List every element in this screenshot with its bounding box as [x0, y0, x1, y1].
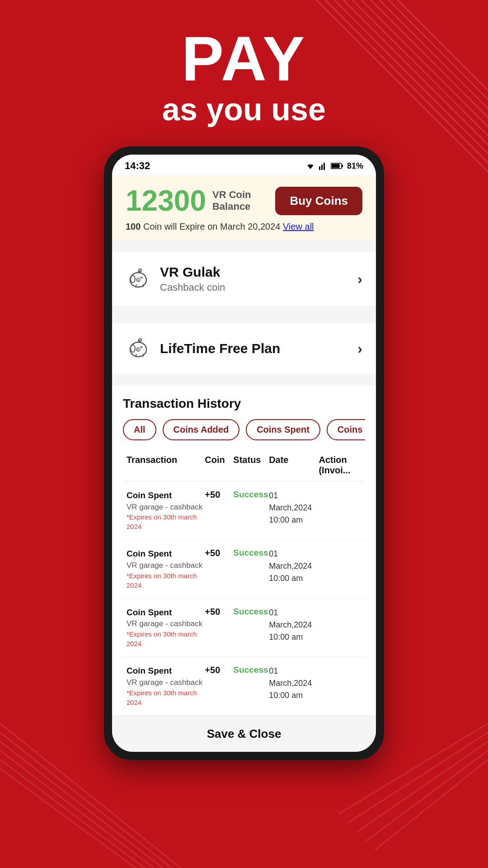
coin-label-block: VR Coin Balance — [212, 189, 251, 212]
hero-sub-text: as you use — [0, 90, 488, 128]
svg-point-36 — [131, 345, 135, 352]
col-status: Status — [233, 455, 269, 476]
table-row: Coin Spent VR garage - cashback *Expires… — [123, 657, 365, 715]
transaction-history-section: Transaction History All Coins Added Coin… — [112, 386, 376, 716]
svg-line-12 — [0, 741, 163, 868]
section-gap-1 — [112, 240, 376, 246]
svg-rect-23 — [319, 166, 320, 170]
lifetime-text: LifeTime Free Plan — [160, 341, 280, 356]
hero-section: PAY as you use — [0, 0, 488, 137]
svg-line-19 — [366, 750, 488, 841]
expire-text: 100 Coin will Expire on March 20,2024 Vi… — [126, 222, 362, 232]
filter-tab-all[interactable]: All — [123, 419, 156, 440]
table-row: Coin Spent VR garage - cashback *Expires… — [123, 599, 365, 657]
lifetime-title-part1: LifeTime — [160, 341, 219, 356]
svg-rect-25 — [324, 163, 325, 170]
row-coin-0: +50 — [205, 490, 233, 500]
col-transaction: Transaction — [127, 455, 205, 476]
phone-mockup: 14:32 — [104, 146, 384, 760]
lifetime-title: LifeTime Free Plan — [160, 341, 280, 356]
row-coin-2: +50 — [205, 607, 233, 617]
status-bar: 14:32 — [112, 155, 376, 175]
svg-text:$: $ — [137, 348, 139, 352]
table-header: Transaction Coin Status Date Action (Inv… — [123, 449, 365, 481]
coin-left: 12300 VR Coin Balance — [126, 186, 251, 215]
vr-gulak-left: $ VR Gulak Cashback coin — [126, 264, 225, 293]
svg-line-20 — [375, 760, 488, 850]
row-date-3: 01 March,202410:00 am — [269, 665, 319, 702]
row-transaction-1: Coin Spent VR garage - cashback *Expires… — [127, 548, 205, 590]
row-date-1: 01 March,202410:00 am — [269, 548, 319, 585]
svg-rect-28 — [331, 164, 339, 168]
lifetime-title-bold: Free — [219, 341, 248, 356]
expire-amount: 100 — [126, 222, 141, 231]
coin-balance-section: 12300 VR Coin Balance Buy Coins 100 Coin… — [112, 175, 376, 240]
svg-line-13 — [0, 750, 154, 868]
lifetime-plan-card[interactable]: $ LifeTime Free Plan › — [112, 323, 376, 374]
phone-wrapper: 14:32 — [0, 146, 488, 760]
section-gap-3 — [112, 379, 376, 386]
coin-label-line1: VR Coin — [212, 189, 251, 201]
row-coin-3: +50 — [205, 665, 233, 675]
coin-balance-row: 12300 VR Coin Balance Buy Coins — [126, 186, 362, 215]
svg-line-14 — [0, 760, 145, 868]
svg-line-15 — [0, 769, 136, 868]
svg-rect-27 — [342, 165, 343, 167]
phone-screen: 14:32 — [112, 155, 376, 752]
save-close-bar[interactable]: Save & Close — [112, 716, 376, 752]
coin-label-line2: Balance — [212, 201, 251, 212]
table-row: Coin Spent VR garage - cashback *Expires… — [123, 540, 365, 598]
svg-point-31 — [141, 277, 142, 278]
table-row: Coin Spent VR garage - cashback *Expires… — [123, 481, 365, 540]
lifetime-icon: $ — [126, 336, 151, 361]
section-gap-2 — [112, 311, 376, 318]
buy-coins-button[interactable]: Buy Coins — [275, 187, 362, 215]
coin-amount: 12300 — [126, 186, 206, 215]
expire-description: Coin will Expire on March 20,2024 — [143, 222, 283, 231]
svg-rect-24 — [321, 165, 323, 170]
vr-gulak-subtitle: Cashback coin — [160, 282, 225, 293]
vr-gulak-icon: $ — [126, 266, 151, 292]
row-status-1: Success — [233, 548, 269, 558]
row-transaction-0: Coin Spent VR garage - cashback *Expires… — [127, 490, 205, 531]
svg-point-37 — [141, 346, 142, 348]
status-time: 14:32 — [125, 160, 150, 172]
filter-tabs: All Coins Added Coins Spent Coins Refund… — [123, 419, 365, 440]
vr-gulak-card[interactable]: $ VR Gulak Cashback coin › — [112, 252, 376, 306]
row-coin-1: +50 — [205, 548, 233, 558]
filter-tab-coins-spent[interactable]: Coins Spent — [246, 419, 320, 440]
vr-gulak-title: VR Gulak — [160, 264, 225, 280]
col-action: Action (Invoi... — [319, 455, 361, 476]
table-rows-container: Coin Spent VR garage - cashback *Expires… — [123, 481, 365, 716]
svg-text:$: $ — [137, 278, 139, 282]
signal-icon — [319, 162, 327, 170]
row-transaction-3: Coin Spent VR garage - cashback *Expires… — [127, 665, 205, 707]
filter-tab-coins-added[interactable]: Coins Added — [163, 419, 240, 440]
svg-point-30 — [131, 275, 135, 283]
row-date-2: 01 March,202410:00 am — [269, 607, 319, 643]
wifi-icon — [305, 162, 315, 170]
vr-gulak-text: VR Gulak Cashback coin — [160, 264, 225, 293]
row-status-0: Success — [233, 490, 269, 500]
transaction-title: Transaction History — [123, 396, 365, 411]
battery-icon — [331, 162, 343, 170]
row-date-0: 01 March,202410:00 am — [269, 490, 319, 526]
filter-tab-coins-refunded[interactable]: Coins Refunde... — [327, 419, 365, 440]
lifetime-title-part2: Plan — [248, 341, 281, 356]
hero-pay-text: PAY — [0, 27, 488, 90]
row-status-2: Success — [233, 607, 269, 617]
status-icons: 81% — [305, 161, 363, 171]
lifetime-chevron: › — [357, 340, 362, 357]
row-transaction-2: Coin Spent VR garage - cashback *Expires… — [127, 607, 205, 648]
col-date: Date — [269, 455, 319, 476]
vr-gulak-chevron: › — [357, 271, 362, 288]
view-all-link[interactable]: View all — [283, 222, 314, 231]
row-status-3: Success — [233, 665, 269, 675]
col-coin: Coin — [205, 455, 233, 476]
battery-percent: 81% — [347, 161, 363, 171]
lifetime-left: $ LifeTime Free Plan — [126, 336, 280, 361]
